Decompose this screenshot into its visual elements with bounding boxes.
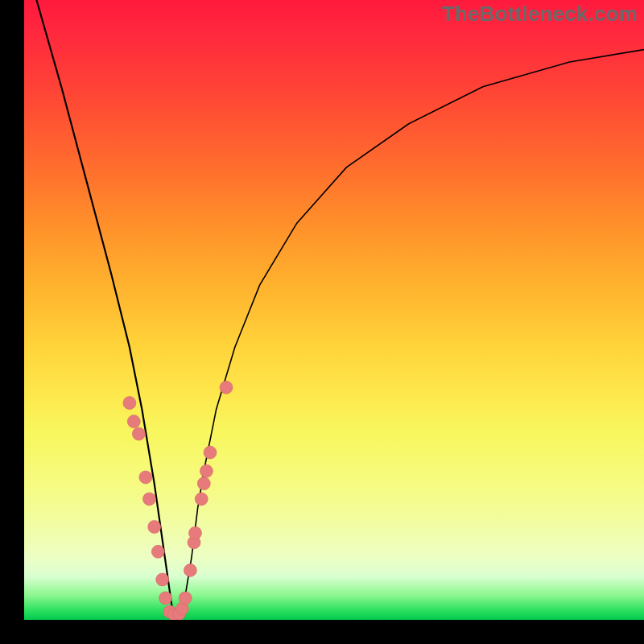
plot-area xyxy=(24,0,644,620)
watermark-text: TheBottleneck.com xyxy=(442,2,638,27)
sample-point xyxy=(197,477,210,490)
sample-point xyxy=(189,526,202,539)
sample-markers xyxy=(123,381,233,620)
sample-point xyxy=(148,521,161,534)
sample-point xyxy=(204,446,217,459)
sample-point xyxy=(143,493,156,506)
sample-point xyxy=(184,564,196,576)
sample-point xyxy=(127,415,140,428)
sample-point xyxy=(159,592,172,605)
sample-point xyxy=(200,464,213,477)
curve-layer xyxy=(24,0,644,620)
bottleneck-curve-right xyxy=(173,50,644,614)
sample-point xyxy=(123,397,136,410)
sample-point xyxy=(179,592,192,605)
sample-point xyxy=(195,493,208,506)
sample-point xyxy=(132,427,145,440)
sample-point xyxy=(156,573,169,586)
sample-point xyxy=(220,381,233,394)
sample-point xyxy=(139,471,152,484)
sample-point xyxy=(151,545,164,558)
chart-frame: TheBottleneck.com xyxy=(0,0,644,644)
